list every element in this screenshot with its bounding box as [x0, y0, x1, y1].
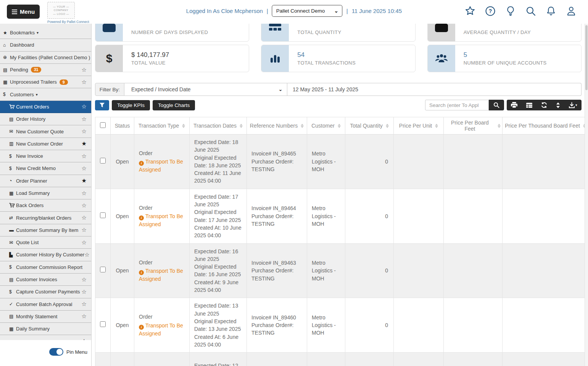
- sidebar-item-new-customer-quote[interactable]: ✉New Customer Quote☆: [0, 125, 91, 138]
- search-input[interactable]: [425, 100, 489, 110]
- notifications-bell-icon[interactable]: [545, 5, 557, 18]
- sidebar-item-pending[interactable]: ▤Pending31☆: [0, 64, 91, 76]
- favorite-toggle-icon[interactable]: ☆: [82, 190, 88, 197]
- sidebar-item-new-customer-order[interactable]: ▥New Customer Order★: [0, 138, 91, 150]
- column-header-price-per-unit[interactable]: Price Per Unit: [394, 117, 444, 134]
- sidebar-item-customer-invoices[interactable]: ▤Customer Invoices☆: [0, 274, 91, 286]
- sidebar-item-customer-commission-report[interactable]: $Customer Commission Report: [0, 261, 91, 274]
- toggle-charts-button[interactable]: Toggle Charts: [153, 100, 195, 110]
- row-checkbox[interactable]: [100, 158, 106, 164]
- date-range-input[interactable]: [287, 83, 582, 96]
- search-icon: [493, 102, 499, 108]
- sidebar-item-load-summary[interactable]: ▦Load Summary☆: [0, 187, 91, 199]
- print-button[interactable]: [510, 102, 518, 108]
- column-header-transaction-type[interactable]: Transaction Type: [134, 117, 190, 134]
- pin-menu-toggle[interactable]: [49, 348, 63, 356]
- row-checkbox[interactable]: [100, 212, 106, 218]
- filter-funnel-button[interactable]: [95, 100, 109, 110]
- favorite-toggle-icon[interactable]: ☆: [82, 214, 88, 221]
- favorite-toggle-icon[interactable]: ★: [82, 177, 88, 184]
- sidebar-item-customer-batch-approval[interactable]: ✓Customer Batch Approval☆: [0, 298, 91, 311]
- favorite-toggle-icon[interactable]: ★: [82, 338, 88, 340]
- column-header-reference-numbers[interactable]: Reference Numbers: [247, 117, 307, 134]
- column-header-transaction-dates[interactable]: Transaction Dates: [190, 117, 247, 134]
- favorite-toggle-icon[interactable]: ☆: [82, 227, 88, 233]
- quote-icon: ✉: [9, 240, 16, 245]
- select-all-checkbox[interactable]: [100, 122, 106, 128]
- account-person-icon[interactable]: [565, 5, 577, 18]
- sidebar-item-current-orders[interactable]: Current Orders☆: [0, 101, 91, 113]
- filter-type-select[interactable]: Expected / Invoiced Date ⌄: [124, 83, 287, 96]
- sidebar-item-bookmarks[interactable]: ★Bookmarks▾: [0, 27, 91, 39]
- sidebar-item-customer-history-by-customer[interactable]: ▙Customer History By Customer☆: [0, 249, 91, 261]
- column-header-label: Transaction Dates: [193, 123, 237, 129]
- sidebar-item-label: Recurring/blanket Orders: [16, 215, 71, 221]
- sidebar-item-unprocessed-trailers[interactable]: ▦Unprocessed Trailers9☆: [0, 76, 91, 88]
- reference-numbers-cell: Invoice# IN_89464Purchase Order#: TESTIN…: [247, 189, 307, 243]
- favorite-toggle-icon[interactable]: ☆: [84, 251, 91, 258]
- favorite-toggle-icon[interactable]: ☆: [82, 202, 88, 209]
- favorite-toggle-icon[interactable]: ☆: [82, 103, 88, 110]
- vertical-scrollbar[interactable]: [585, 24, 588, 366]
- sidebar-item-dashboard[interactable]: ⌂Dashboard: [0, 39, 91, 51]
- favorite-toggle-icon[interactable]: ☆: [82, 276, 88, 283]
- sort-button[interactable]: [555, 102, 561, 108]
- info-icon: i: [139, 325, 144, 330]
- sidebar-item-order-history[interactable]: ▤Order History☆: [0, 113, 91, 125]
- favorite-toggle-icon[interactable]: ★: [82, 140, 88, 147]
- search-icon[interactable]: [525, 5, 537, 18]
- toggle-kpis-button[interactable]: Toggle KPIs: [112, 100, 150, 110]
- row-checkbox[interactable]: [100, 267, 106, 272]
- sidebar-item-label: New Credit Memo: [16, 165, 56, 171]
- favorite-toggle-icon[interactable]: ☆: [82, 288, 88, 295]
- sidebar-item-clipped-item[interactable]: ★: [0, 335, 91, 340]
- menu-button[interactable]: Menu: [7, 5, 40, 19]
- download-button[interactable]: ▾: [568, 102, 578, 108]
- column-header-customer[interactable]: Customer: [307, 117, 345, 134]
- sidebar-item-recurring-blanket-orders[interactable]: ⇄Recurring/blanket Orders☆: [0, 212, 91, 224]
- column-header-price-per-board-feet[interactable]: Price Per Board Feet: [444, 117, 503, 134]
- favorite-toggle-icon[interactable]: ☆: [82, 239, 88, 246]
- sidebar-item-new-invoice[interactable]: $New Invoice☆: [0, 150, 91, 162]
- kpi-label: NUMBER OF DAYS DISPLAYED: [131, 29, 208, 35]
- sidebar-item-capture-customer-payments[interactable]: $Capture Customer Payments☆: [0, 286, 91, 298]
- favorite-toggle-icon[interactable]: ☆: [82, 153, 88, 160]
- favorite-toggle-icon[interactable]: ☆: [82, 165, 88, 172]
- favorite-toggle-icon[interactable]: ☆: [82, 79, 88, 86]
- svg-text:?: ?: [489, 8, 492, 14]
- kpi-card-total-quantity: TOTAL QUANTITY: [261, 24, 415, 42]
- sidebar-item-quote-list[interactable]: ✉Quote List☆: [0, 236, 91, 249]
- favorite-toggle-icon[interactable]: ☆: [82, 116, 88, 123]
- column-header-select-all[interactable]: [95, 117, 111, 134]
- search-button[interactable]: [489, 100, 504, 110]
- scrollbar-thumb[interactable]: [585, 25, 588, 90]
- sidebar-item-customer-summary-by-item[interactable]: ▬Customer Summary By Item☆: [0, 224, 91, 236]
- favorites-star-icon[interactable]: [464, 5, 476, 18]
- row-checkbox[interactable]: [100, 321, 106, 327]
- table-row: OpenOrderiTransport To Be AssignedExpect…: [95, 134, 585, 189]
- price-per-unit-cell: [394, 243, 444, 298]
- refresh-button[interactable]: [540, 102, 548, 108]
- favorite-toggle-icon[interactable]: ☆: [82, 66, 88, 73]
- column-header-total-quantity[interactable]: Total Quantity: [345, 117, 394, 134]
- sidebar-item-new-credit-memo[interactable]: $New Credit Memo☆: [0, 162, 91, 175]
- kpi-value: 5: [464, 51, 547, 59]
- sidebar-item-order-planner[interactable]: ◔Order Planner★: [0, 175, 91, 187]
- facility-select[interactable]: Pallet Connect Demo ⌄: [272, 5, 343, 17]
- transaction-type-cell: OrderiTransport To Be Assigned: [134, 298, 190, 353]
- sidebar-item-customers[interactable]: $Customers▾: [0, 88, 91, 100]
- sidebar-item-monthly-statement[interactable]: ▤Monthly Statement☆: [0, 311, 91, 323]
- sidebar-item-back-orders[interactable]: Back Orders☆: [0, 199, 91, 212]
- sidebar-item-daily-summary[interactable]: ▦Daily Summary: [0, 323, 91, 335]
- customer-cell: Metro Logistics - MOH: [307, 189, 345, 243]
- ideas-bulb-icon[interactable]: [504, 5, 517, 18]
- table-view-icon: [526, 103, 532, 108]
- table-view-button[interactable]: [525, 103, 533, 108]
- favorite-toggle-icon[interactable]: ☆: [82, 313, 88, 320]
- favorite-toggle-icon[interactable]: ☆: [82, 301, 88, 308]
- help-icon[interactable]: ?: [484, 5, 496, 18]
- download-icon: [569, 102, 575, 108]
- column-header-price-per-thousand-board-feet[interactable]: Price Per Thousand Board Feet: [503, 117, 585, 134]
- favorite-toggle-icon[interactable]: ☆: [82, 128, 88, 135]
- sidebar-item-my-facilities[interactable]: ⊕My Facilities (Pallet Connect Demo )▾: [0, 52, 91, 64]
